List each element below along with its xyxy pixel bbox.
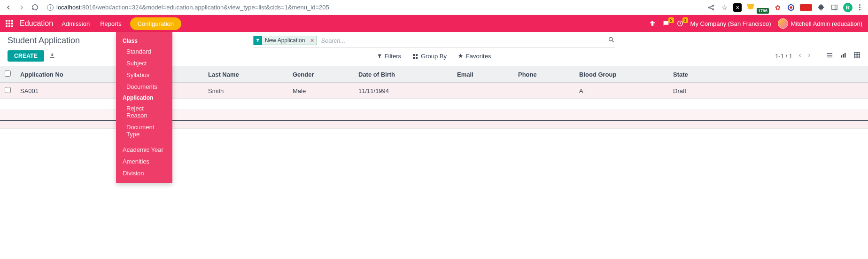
activities-icon[interactable]: 3 <box>676 20 684 27</box>
col-phone[interactable]: Phone <box>513 66 574 83</box>
search-input[interactable] <box>317 36 608 45</box>
cell-app-no: SA001 <box>16 83 119 99</box>
col-app-no[interactable]: Application No <box>16 66 119 83</box>
groupby-button[interactable]: Group By <box>412 53 447 60</box>
facet-remove-icon[interactable]: ✕ <box>308 38 317 44</box>
dropdown-item-documents[interactable]: Documents <box>116 81 172 93</box>
extension-x-icon[interactable]: X <box>733 3 742 12</box>
cell-gender: Male <box>288 83 354 99</box>
col-dob[interactable]: Date of Birth <box>354 66 452 83</box>
create-button[interactable]: CREATE <box>8 50 44 62</box>
pager-value[interactable]: 1-1 / 1 <box>775 53 792 60</box>
dropdown-item-syllabus[interactable]: Syllabus <box>116 69 172 81</box>
svg-rect-15 <box>827 57 832 57</box>
row-checkbox[interactable] <box>5 87 11 93</box>
dropdown-item-document-type[interactable]: Document Type <box>116 121 172 129</box>
url-bar[interactable]: i localhost:8016/web#action=324&model=ed… <box>43 2 701 13</box>
dropdown-section-application: Application <box>116 93 172 102</box>
col-gender[interactable]: Gender <box>288 66 354 83</box>
svg-rect-14 <box>827 55 832 55</box>
company-switcher[interactable]: My Company (San Francisco) <box>690 20 771 27</box>
app-brand[interactable]: Education <box>20 19 53 28</box>
dropdown-item-reject-reason[interactable]: Reject Reason <box>116 102 172 121</box>
col-last-name[interactable]: Last Name <box>203 66 288 83</box>
search-bar[interactable]: New Application ✕ <box>253 34 615 47</box>
bookmark-star-icon[interactable]: ☆ <box>720 3 728 12</box>
search-icon[interactable] <box>608 36 615 45</box>
svg-rect-12 <box>416 57 418 59</box>
cell-blood: A+ <box>574 83 668 99</box>
svg-rect-10 <box>416 54 418 56</box>
extension-red-wide-icon[interactable] <box>800 4 812 11</box>
cell-email <box>452 83 513 99</box>
svg-point-4 <box>790 6 792 8</box>
view-graph-icon[interactable] <box>840 52 847 60</box>
svg-point-1 <box>713 5 714 6</box>
svg-rect-5 <box>831 5 837 10</box>
configuration-dropdown: Class Standard Subject Syllabus Document… <box>116 32 172 129</box>
facet-label: New Application <box>262 37 308 44</box>
forward-button[interactable] <box>17 3 26 12</box>
activities-badge: 3 <box>682 17 688 23</box>
import-button[interactable] <box>49 52 55 60</box>
extension-icons: ☆ X 1796 ✿ R <box>705 3 864 12</box>
messaging-badge: 5 <box>668 17 674 23</box>
favorites-button[interactable]: Favorites <box>458 53 491 60</box>
col-email[interactable]: Email <box>452 66 513 83</box>
panel-icon[interactable] <box>830 3 838 12</box>
view-pivot-icon[interactable] <box>853 52 860 60</box>
user-name: Mitchell Admin (education) <box>791 20 862 27</box>
svg-rect-18 <box>845 53 846 58</box>
col-state[interactable]: State <box>668 66 868 83</box>
pager: 1-1 / 1 <box>775 52 860 60</box>
svg-point-2 <box>713 8 714 10</box>
pager-next-icon[interactable] <box>806 52 812 60</box>
reload-button[interactable] <box>30 3 39 12</box>
extension-circle-icon[interactable] <box>787 3 795 12</box>
debug-icon[interactable] <box>649 20 656 27</box>
svg-rect-9 <box>413 54 415 56</box>
messaging-icon[interactable]: 5 <box>662 20 670 27</box>
view-list-icon[interactable] <box>826 52 833 60</box>
apps-menu-icon[interactable] <box>6 20 13 27</box>
dropdown-section-class: Class <box>116 36 172 46</box>
user-menu[interactable]: Mitchell Admin (education) <box>778 18 862 29</box>
systray: 5 3 My Company (San Francisco) Mitchell … <box>649 18 862 29</box>
col-blood[interactable]: Blood Group <box>574 66 668 83</box>
search-facet: New Application ✕ <box>253 36 317 45</box>
cell-dob: 11/11/1994 <box>354 83 452 99</box>
svg-rect-19 <box>854 53 860 58</box>
filters-button[interactable]: Filters <box>377 53 401 60</box>
dropdown-item-subject[interactable]: Subject <box>116 57 172 69</box>
cell-state: Draft <box>668 83 868 99</box>
dropdown-item-standard[interactable]: Standard <box>116 46 172 57</box>
url-host: localhost <box>56 4 80 11</box>
select-all-checkbox[interactable] <box>5 71 11 77</box>
svg-rect-16 <box>841 55 843 58</box>
share-icon[interactable] <box>707 3 715 12</box>
breadcrumb: Student Application <box>8 36 80 46</box>
extensions-menu-icon[interactable] <box>817 3 825 12</box>
svg-rect-17 <box>843 54 844 58</box>
extension-red-icon[interactable]: ✿ <box>774 3 782 12</box>
app-navbar: Education Admission Reports Configuratio… <box>0 15 868 32</box>
svg-rect-13 <box>827 53 832 54</box>
svg-point-8 <box>609 38 613 41</box>
search-options: Filters Group By Favorites <box>377 53 491 60</box>
profile-avatar[interactable]: R <box>843 3 852 12</box>
nav-reports[interactable]: Reports <box>98 17 124 30</box>
extension-counter-icon[interactable]: 1796 <box>746 3 769 11</box>
svg-point-0 <box>709 7 710 8</box>
user-avatar-icon <box>778 18 788 29</box>
url-path: :8016/web#action=324&model=education.app… <box>80 4 329 11</box>
cell-phone <box>513 83 574 99</box>
cell-last-name: Smith <box>203 83 288 99</box>
nav-admission[interactable]: Admission <box>60 17 92 30</box>
nav-configuration[interactable]: Configuration <box>130 17 181 30</box>
pager-prev-icon[interactable] <box>797 52 803 60</box>
site-info-icon[interactable]: i <box>47 4 54 11</box>
browser-menu-icon[interactable] <box>857 4 862 10</box>
browser-toolbar: i localhost:8016/web#action=324&model=ed… <box>0 0 868 15</box>
svg-rect-11 <box>413 57 415 59</box>
back-button[interactable] <box>4 3 13 12</box>
